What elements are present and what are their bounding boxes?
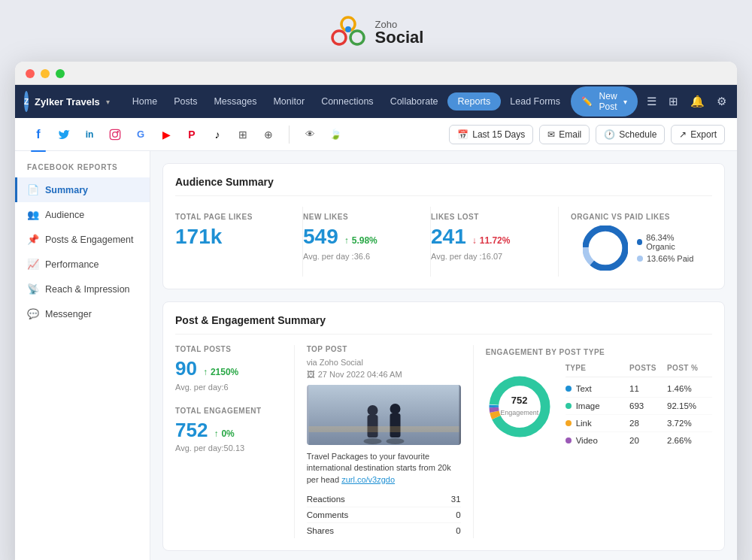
nav-item-lead-forms[interactable]: Lead Forms (502, 92, 568, 111)
table-row: Text 11 1.46% (566, 380, 712, 398)
linkedin-icon-btn[interactable]: in (78, 123, 101, 146)
total-posts-label: TOTAL POSTS (175, 345, 282, 353)
sidebar-item-performance[interactable]: 📈 Performance (15, 252, 150, 277)
svg-point-3 (345, 26, 351, 32)
engagement-type-table: TYPE POSTS POST % Text 11 1.46% (566, 364, 712, 449)
engagement-donut-section: 752 Engagement TYPE POSTS POST % (486, 364, 712, 449)
total-engagement-value: 752 (175, 419, 208, 441)
google-icon-btn[interactable]: G (129, 123, 152, 146)
tiktok-icon-btn[interactable]: ♪ (206, 123, 229, 146)
schedule-button[interactable]: 🕐 Schedule (596, 125, 665, 144)
browser-maximize-btn[interactable] (56, 69, 65, 78)
reactions-label: Reactions (307, 495, 345, 504)
export-button[interactable]: ↗ Export (671, 125, 725, 144)
posts-engagement-icon: 📌 (27, 234, 39, 245)
browser-close-btn[interactable] (26, 69, 35, 78)
sidebar-label-audience: Audience (45, 210, 84, 220)
paid-legend-item: 13.66% Paid (637, 254, 700, 263)
audience-icon: 👥 (27, 209, 39, 220)
settings-icon[interactable]: ⚙ (714, 93, 729, 110)
image-icon: 🖼 (307, 370, 315, 379)
brand-chevron-icon[interactable]: ▾ (106, 98, 110, 106)
reach-icon: 📡 (27, 283, 39, 295)
total-page-likes-cell: TOTAL PAGE LIKES 171k (175, 207, 303, 277)
grid-app-icon-btn[interactable]: ⊞ (232, 123, 254, 146)
top-post-col: TOP POST via Zoho Social 🖼 27 Nov 2022 0… (295, 345, 474, 538)
nav-item-posts[interactable]: Posts (166, 92, 205, 111)
audience-summary-card: Audience Summary TOTAL PAGE LIKES 171k N… (162, 163, 725, 289)
social-bar-actions: 📅 Last 15 Days ✉ Email 🕐 Schedule ↗ Expo… (449, 125, 725, 144)
summary-icon: 📄 (27, 184, 39, 195)
row-type-text: Text (566, 384, 629, 393)
eye-icon-btn[interactable]: 👁 (299, 123, 321, 146)
nav-item-monitor[interactable]: Monitor (265, 92, 312, 111)
post-engagement-grid: TOTAL POSTS 90 ↑ 2150% Avg. per day:6 TO… (175, 345, 712, 538)
row-type-link: Link (566, 419, 629, 428)
sidebar-label-posts-engagement: Posts & Engagement (45, 235, 133, 245)
browser-chrome (15, 62, 737, 85)
likes-lost-change: ↓ 11.72% (472, 235, 511, 246)
browser-window: Z Zylker Travels ▾ Home Posts Messages M… (15, 62, 737, 560)
nav-item-messages[interactable]: Messages (206, 92, 264, 111)
date-filter-button[interactable]: 📅 Last 15 Days (449, 125, 533, 144)
total-engagement-label: TOTAL ENGAGEMENT (175, 407, 282, 415)
comments-value: 0 (456, 510, 460, 519)
schedule-label: Schedule (619, 129, 656, 140)
sidebar-item-messenger[interactable]: 💬 Messenger (15, 301, 150, 326)
youtube-icon-btn[interactable]: ▶ (155, 123, 177, 146)
nav-item-collaborate[interactable]: Collaborate (383, 92, 446, 111)
report-content: Audience Summary TOTAL PAGE LIKES 171k N… (150, 151, 737, 560)
twitter-icon-btn[interactable] (53, 123, 75, 146)
post-totals-col: TOTAL POSTS 90 ↑ 2150% Avg. per day:6 TO… (175, 345, 295, 538)
facebook-icon-btn[interactable]: f (27, 123, 50, 146)
sidebar-item-summary[interactable]: 📄 Summary (15, 177, 150, 202)
top-nav: Z Zylker Travels ▾ Home Posts Messages M… (15, 85, 737, 118)
bell-icon[interactable]: 🔔 (687, 93, 708, 110)
table-row: Link 28 3.72% (566, 415, 712, 432)
likes-lost-cell: LIKES LOST 241 ↓ 11.72% Avg. per day :16… (431, 207, 559, 277)
sidebar-label-messenger: Messenger (45, 309, 92, 319)
post-engagement-title: Post & Engagement Summary (175, 314, 712, 334)
organic-legend-item: 86.34% Organic (637, 233, 700, 251)
nav-item-home[interactable]: Home (125, 92, 165, 111)
nav-items: Home Posts Messages Monitor Connections … (125, 92, 568, 111)
list-icon[interactable]: ☰ (644, 93, 660, 110)
total-page-likes-value: 171k (175, 226, 290, 249)
share-icon[interactable]: ↗ (735, 93, 737, 110)
social-bar: f in G ▶ P ♪ ⊞ ⊕ 👁 🍃 📅 Last 15 Days (15, 118, 737, 151)
top-post-via: via Zoho Social (307, 358, 461, 367)
sidebar: FACEBOOK REPORTS 📄 Summary 👥 Audience 📌 … (15, 151, 150, 560)
grid-small-icon[interactable]: ⊞ (666, 93, 681, 110)
row-posts-link: 28 (629, 419, 667, 428)
social-icons-left: f in G ▶ P ♪ ⊞ ⊕ 👁 🍃 (27, 123, 449, 146)
nav-item-connections[interactable]: Connections (314, 92, 381, 111)
audience-summary-title: Audience Summary (175, 176, 712, 196)
likes-lost-label: LIKES LOST (431, 213, 546, 221)
email-button[interactable]: ✉ Email (539, 125, 590, 144)
leaf-icon-btn[interactable]: 🍃 (324, 123, 347, 146)
date-filter-label: Last 15 Days (472, 129, 525, 140)
nav-right: ✏️ New Post ▾ ☰ ⊞ 🔔 ⚙ ↗ U ⠿ (571, 86, 737, 117)
new-post-button[interactable]: ✏️ New Post ▾ (571, 86, 638, 117)
sidebar-section-title: FACEBOOK REPORTS (15, 163, 150, 177)
sidebar-item-posts-engagement[interactable]: 📌 Posts & Engagement (15, 227, 150, 252)
donut-chart: 752 Engagement (486, 373, 553, 440)
nav-item-reports[interactable]: Reports (447, 92, 502, 110)
table-row: Video 20 2.66% (566, 432, 712, 449)
browser-minimize-btn[interactable] (41, 69, 50, 78)
reactions-value: 31 (451, 495, 461, 504)
performance-icon: 📈 (27, 259, 39, 270)
total-engagement-avg: Avg. per day:50.13 (175, 443, 282, 453)
new-likes-value: 549 (303, 226, 338, 249)
top-post-link[interactable]: zurl.co/v3zgdo (341, 475, 395, 484)
sidebar-item-audience[interactable]: 👥 Audience (15, 202, 150, 227)
sidebar-item-reach-impression[interactable]: 📡 Reach & Impression (15, 277, 150, 301)
top-post-date: 🖼 27 Nov 2022 04:46 AM (307, 370, 461, 379)
post-engagement-card: Post & Engagement Summary TOTAL POSTS 90… (162, 301, 725, 551)
row-type-video: Video (566, 436, 629, 445)
pinterest-icon-btn[interactable]: P (180, 123, 203, 146)
svg-rect-16 (308, 426, 459, 432)
brand-avatar: Z (24, 91, 29, 112)
plus-circle-icon-btn[interactable]: ⊕ (257, 123, 280, 146)
instagram-icon-btn[interactable] (104, 123, 126, 146)
